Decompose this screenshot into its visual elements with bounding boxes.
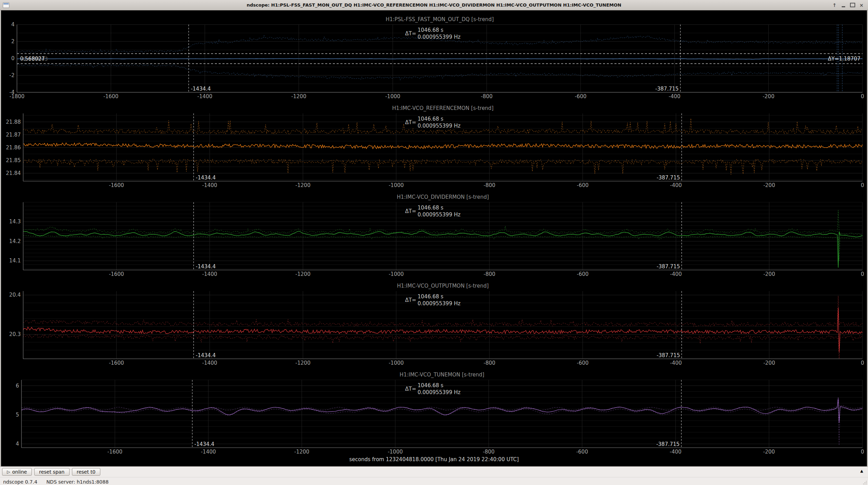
y-tick-label: 5 [16,412,19,418]
plot-h1-imc-vco-dividermon-mean-trace [23,231,862,268]
bottom-toolbar: ▷ online reset span reset t0 ▲ [0,466,868,477]
plot-h1-imc-vco-outputmon[interactable]: -1434.4-387.71520.420.3-1600-1400-1200-1… [1,277,867,366]
x-tick-label: 0 [861,449,864,455]
toolbar-overflow-icon[interactable]: ▲ [860,469,863,473]
x-tick-label: -600 [575,93,586,99]
close-icon: × [859,2,864,8]
delta-t-seconds: 1046.68 s [418,293,444,300]
online-button[interactable]: ▷ online [2,468,32,476]
plot-title: H1:IMC-VCO_DIVIDERMON [s-trend] [397,194,489,200]
x-tick-label: -600 [577,360,588,366]
x-tick-label: -400 [670,360,682,366]
x-tick-label: -1600 [109,360,124,366]
play-icon: ▷ [7,469,10,474]
status-bar: ndscope 0.7.4 NDS server: h1nds1:8088 [0,477,868,485]
plot-h1-psl-fss-fast-mon-out-dq[interactable]: -1434.4-387.715-0.6190430.568027ΔY=1.187… [1,10,867,99]
y-tick-label: 20.3 [9,331,21,337]
delta-t-label: ΔT= [405,208,416,214]
y-tick-label: 14.2 [9,238,21,244]
x-tick-label: -800 [484,182,495,188]
x-tick-label: -1000 [388,449,403,455]
y-tick-label: 21.84 [6,170,21,176]
y-tick-label: 21.87 [6,132,21,138]
x-tick-label: -800 [483,449,495,455]
x-tick-label: -200 [763,449,775,455]
time-cursor-label: -1434.4 [196,263,216,270]
plot-h1-imc-vco-outputmon-mean-trace [23,308,862,352]
x-tick-label: -600 [576,449,588,455]
trace-group [17,35,862,80]
plot-title: H1:IMC-VCO_OUTPUTMON [s-trend] [397,283,488,289]
window-titlebar[interactable]: ndscope: H1:PSL-FSS_FAST_MON_OUT_DQ H1:I… [0,0,868,10]
minimize-button[interactable] [840,2,847,8]
x-tick-label: -1600 [109,271,124,277]
delta-t-hz: 0.000955399 Hz [418,123,460,129]
resize-grip-icon[interactable] [862,481,867,485]
shade-icon: ↑ [832,2,837,8]
y-cursor-label: 0.568027 [20,56,45,62]
x-tick-label: -1200 [295,271,311,277]
window-title: ndscope: H1:PSL-FSS_FAST_MON_OUT_DQ H1:I… [42,2,826,8]
x-tick-label: 0 [861,360,864,366]
reset-t0-label: reset t0 [77,469,95,475]
x-tick-label: -200 [762,93,774,99]
time-cursor-label: -387.715 [656,441,679,447]
plot-h1-imc-vco-tunemon[interactable]: -1434.4-387.715654-1600-1400-1200-1000-8… [1,366,867,455]
x-tick-label: -1000 [389,271,404,277]
y-tick-label: 21.85 [6,157,21,164]
online-button-label: online [12,469,27,475]
x-tick-label: -1000 [389,182,404,188]
x-tick-label: -1000 [389,360,404,366]
plot-title: H1:IMC-VCO_REFERENCEMON [s-trend] [392,105,493,112]
y-tick-label: 21.88 [6,119,21,125]
x-tick-label: -600 [577,182,588,188]
time-axis-label: seconds from 1232404818.0000 [Thu Jan 24… [1,455,867,466]
time-cursor-label: -1434.4 [194,441,214,447]
shade-button[interactable]: ↑ [831,2,838,8]
plot-h1-imc-vco-outputmon-min-trace [23,334,862,360]
delta-t-label: ΔT= [405,386,416,392]
plot-h1-imc-vco-dividermon[interactable]: -1434.4-387.71514.314.214.1-1600-1400-12… [1,188,867,277]
maximize-icon [850,3,855,7]
x-tick-label: -1600 [109,182,124,188]
y-tick-label: 0 [11,55,15,62]
x-tick-label: -1400 [202,271,217,277]
x-tick-label: -400 [670,449,682,455]
plot-h1-imc-vco-tunemon-max-trace [21,397,862,410]
plot-h1-imc-vco-referencemon[interactable]: -1434.4-387.71521.8821.8721.8621.8521.84… [1,99,867,188]
plot-h1-psl-fss-fast-mon-out-dq-min-trace [17,64,862,80]
reset-t0-button[interactable]: reset t0 [72,468,100,476]
window-icon [3,2,9,8]
maximize-button[interactable] [849,2,856,8]
delta-t-hz: 0.000955399 Hz [418,300,460,307]
delta-y-label: ΔY=1.18707 [828,56,860,62]
y-tick-label: 4 [11,21,15,28]
x-tick-label: -800 [481,93,493,99]
time-cursor-label: -387.715 [657,352,680,358]
y-tick-label: 14.1 [9,258,21,264]
y-tick-label: 6 [16,383,19,389]
x-tick-label: -1400 [197,93,212,99]
x-tick-label: -1400 [201,449,216,455]
delta-t-label: ΔT= [405,119,416,125]
x-tick-label: -200 [763,360,775,366]
y-tick-label: 20.4 [9,292,21,298]
y-tick-label: 4 [16,441,19,447]
time-cursor-label: -1434.4 [191,86,211,92]
plot-title: H1:IMC-VCO_TUNEMON [s-trend] [400,372,484,378]
x-tick-label: -1200 [291,93,307,99]
delta-t-label: ΔT= [405,30,416,37]
x-tick-label: 0 [861,271,864,277]
time-cursor-label: -387.715 [655,86,678,92]
x-tick-label: -1600 [107,449,122,455]
close-button[interactable]: × [858,2,865,8]
plot-title: H1:PSL-FSS_FAST_MON_OUT_DQ [s-trend] [386,16,494,23]
x-tick-label: -1000 [385,93,400,99]
time-cursor-label: -1434.4 [196,175,216,181]
x-tick-label: -1400 [202,360,217,366]
x-tick-label: -1200 [294,449,310,455]
reset-span-button[interactable]: reset span [34,468,70,476]
x-tick-label: -1200 [295,360,311,366]
x-tick-label: -400 [670,182,682,188]
x-tick-label: -800 [484,360,495,366]
